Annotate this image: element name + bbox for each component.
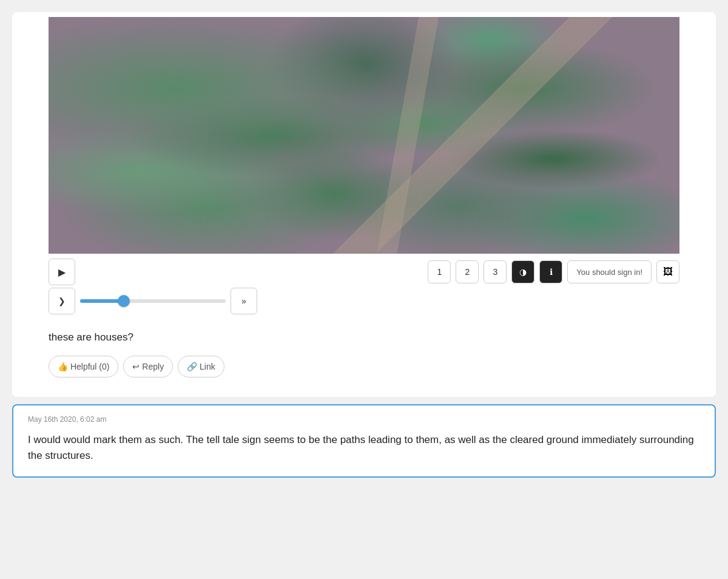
prev-icon: ❯	[58, 296, 66, 306]
reply-card: May 16th 2020, 6:02 am I would would mar…	[12, 404, 716, 478]
page-3-button[interactable]: 3	[484, 260, 507, 283]
next-button[interactable]: »	[231, 288, 257, 314]
contrast-icon: ◑	[519, 267, 527, 277]
comment-section: these are houses? 👍 Helpful (0) ↩ Reply …	[12, 319, 716, 382]
image-icon: 🖼	[663, 266, 673, 277]
link-button[interactable]: 🔗 Link	[178, 356, 224, 378]
next-icon: »	[241, 296, 246, 306]
slider-thumb[interactable]	[118, 295, 130, 307]
comment-actions: 👍 Helpful (0) ↩ Reply 🔗 Link	[49, 356, 679, 378]
satellite-image	[49, 17, 679, 254]
controls-row2: ❯ »	[49, 288, 679, 314]
main-comment-card: ▶ 1 2 3 ◑ ℹ You should sign in! 🖼	[12, 12, 716, 397]
prev-button[interactable]: ❯	[49, 288, 75, 314]
sign-in-button[interactable]: You should sign in!	[567, 260, 652, 283]
play-button[interactable]: ▶	[49, 259, 75, 285]
info-icon: ℹ	[550, 267, 553, 277]
helpful-button[interactable]: 👍 Helpful (0)	[49, 356, 118, 378]
path-overlay	[49, 17, 679, 254]
controls-row1: ▶ 1 2 3 ◑ ℹ You should sign in! 🖼	[49, 259, 679, 285]
play-icon: ▶	[58, 266, 66, 278]
page-container: ▶ 1 2 3 ◑ ℹ You should sign in! 🖼	[12, 12, 716, 567]
image-toggle-button[interactable]: 🖼	[656, 260, 679, 283]
slider-track[interactable]	[80, 299, 226, 303]
page-2-button[interactable]: 2	[456, 260, 479, 283]
reply-button[interactable]: ↩ Reply	[123, 356, 173, 378]
info-button[interactable]: ℹ	[539, 260, 562, 283]
slider-container	[80, 299, 226, 303]
controls-wrapper: ▶ 1 2 3 ◑ ℹ You should sign in! 🖼	[49, 254, 679, 319]
contrast-button[interactable]: ◑	[511, 260, 534, 283]
comment-text: these are houses?	[49, 331, 679, 344]
reply-timestamp: May 16th 2020, 6:02 am	[28, 415, 700, 424]
reply-text: I would would mark them as such. The tel…	[28, 432, 700, 464]
page-1-button[interactable]: 1	[428, 260, 451, 283]
